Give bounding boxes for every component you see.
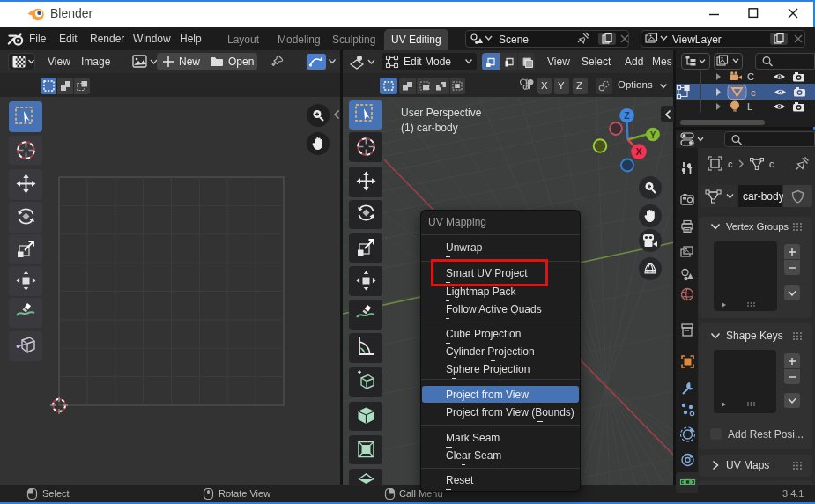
svg-text:X: X	[635, 146, 641, 157]
svg-text:Y: Y	[650, 130, 656, 140]
svg-text:C: C	[747, 71, 754, 82]
svg-text:c: c	[751, 87, 756, 98]
svg-text:c: c	[769, 159, 774, 169]
svg-text:Z: Z	[624, 111, 629, 121]
svg-text:L: L	[747, 101, 752, 112]
svg-text:c: c	[728, 159, 733, 169]
